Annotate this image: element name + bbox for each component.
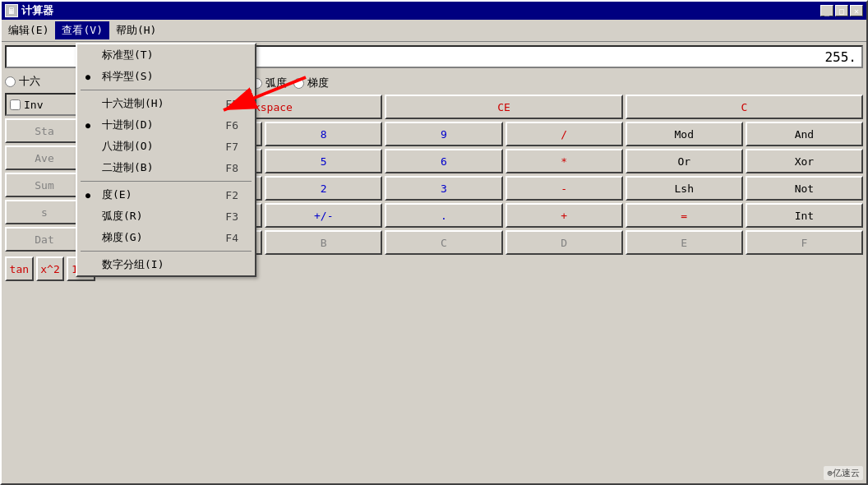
btn-6[interactable]: 6 (385, 149, 502, 173)
title-bar: 🖩 计算器 _ □ ✕ (2, 2, 866, 20)
title-buttons: _ □ ✕ (820, 5, 863, 16)
btn-9[interactable]: 9 (385, 122, 502, 146)
btn-not[interactable]: Not (746, 176, 863, 201)
shortcut-rad: F3 (225, 210, 238, 223)
menu-bar: 编辑(E) 查看(V) 帮助(H) (2, 20, 866, 42)
app-icon: 🖩 (5, 4, 18, 17)
menu-item-scientific[interactable]: 科学型(S) (77, 66, 255, 87)
inv-checkbox-container: Inv (5, 93, 84, 116)
btn-mul[interactable]: * (506, 149, 623, 173)
menu-item-grouping[interactable]: 数字分组(I) (77, 254, 255, 275)
menu-separator-1 (81, 90, 252, 90)
menu-item-oct[interactable]: 八进制(O) F7 (77, 136, 255, 157)
view-dropdown-menu: 标准型(T) 科学型(S) 十六进制(H) F5 十进制(D) F6 八进制(O… (76, 43, 256, 277)
x2-button[interactable]: x^2 (36, 256, 65, 281)
sta-button[interactable]: Sta (5, 118, 84, 143)
shortcut-bin: F8 (225, 162, 238, 174)
shortcut-hex: F5 (225, 98, 238, 110)
btn-lsh[interactable]: Lsh (626, 176, 743, 201)
btn-8[interactable]: 8 (265, 122, 382, 146)
ce-button[interactable]: CE (385, 95, 622, 119)
menu-edit[interactable]: 编辑(E) (2, 21, 55, 39)
maximize-button[interactable]: □ (835, 5, 848, 16)
ave-button[interactable]: Ave (5, 146, 84, 170)
title-bar-left: 🖩 计算器 (5, 3, 53, 18)
menu-item-bin[interactable]: 二进制(B) F8 (77, 157, 255, 178)
btn-or[interactable]: Or (626, 149, 743, 173)
inv-label: Inv (24, 99, 43, 111)
calculator-window: 🖩 计算器 _ □ ✕ 编辑(E) 查看(V) 帮助(H) 标准型(T) 科学型… (0, 0, 868, 485)
shortcut-dec: F6 (225, 119, 238, 132)
shortcut-oct: F7 (225, 141, 238, 153)
menu-view[interactable]: 查看(V) (55, 21, 108, 39)
sum-button[interactable]: Sum (5, 173, 84, 197)
menu-item-dec[interactable]: 十进制(D) F6 (77, 114, 255, 136)
btn-f: F (746, 230, 863, 255)
btn-xor[interactable]: Xor (746, 149, 863, 173)
radio-hex[interactable] (5, 76, 16, 87)
menu-item-standard[interactable]: 标准型(T) (77, 44, 255, 66)
btn-eq[interactable]: = (626, 203, 743, 228)
close-button[interactable]: ✕ (850, 5, 863, 16)
shortcut-grad: F4 (225, 232, 238, 244)
minimize-button[interactable]: _ (820, 5, 833, 16)
btn-plusminus[interactable]: +/- (265, 203, 382, 228)
menu-item-grad[interactable]: 梯度(G) F4 (77, 227, 255, 248)
btn-int[interactable]: Int (746, 203, 863, 228)
btn-e: E (626, 230, 743, 255)
radio-grad-label[interactable]: 梯度 (293, 76, 329, 90)
window-title: 计算器 (21, 3, 53, 18)
btn-mod[interactable]: Mod (626, 122, 743, 146)
menu-item-rad[interactable]: 弧度(R) F3 (77, 206, 255, 227)
s-button[interactable]: s (5, 200, 84, 224)
dat-button[interactable]: Dat (5, 227, 84, 252)
btn-3[interactable]: 3 (385, 176, 502, 201)
radio-hex-label[interactable]: 十六 (5, 74, 40, 89)
menu-item-deg[interactable]: 度(E) F2 (77, 184, 255, 206)
btn-div[interactable]: / (506, 122, 623, 146)
btn-d: D (506, 230, 623, 255)
radio-grad[interactable] (293, 78, 304, 89)
radio-rad-label[interactable]: 弧度 (252, 76, 287, 90)
inv-checkbox[interactable] (10, 99, 21, 110)
btn-dot[interactable]: . (385, 203, 502, 228)
btn-2[interactable]: 2 (265, 176, 382, 201)
btn-and[interactable]: And (746, 122, 863, 146)
c-button[interactable]: C (626, 95, 863, 119)
shortcut-deg: F2 (225, 189, 238, 201)
btn-b: B (265, 230, 382, 255)
menu-item-hex[interactable]: 十六进制(H) F5 (77, 93, 255, 114)
menu-separator-2 (81, 181, 252, 182)
btn-c: C (385, 230, 502, 255)
watermark: ⊕亿速云 (824, 466, 863, 480)
menu-help[interactable]: 帮助(H) (109, 21, 163, 39)
btn-sub[interactable]: - (506, 176, 623, 201)
tan-button[interactable]: tan (5, 256, 34, 281)
menu-separator-3 (81, 251, 252, 252)
btn-add[interactable]: + (506, 203, 623, 228)
btn-5[interactable]: 5 (265, 149, 382, 173)
